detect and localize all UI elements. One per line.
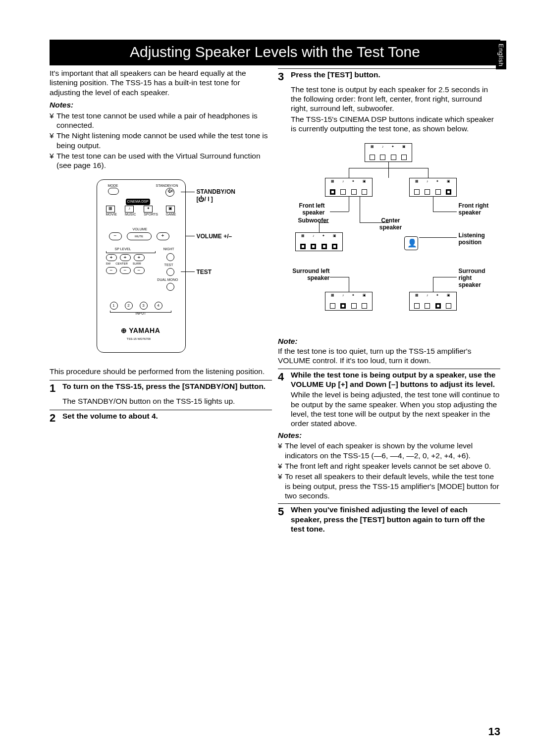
label-front-left: Front left speaker xyxy=(290,203,325,216)
step-number: 1 xyxy=(50,381,58,395)
step-body: While the level is being adjusted, the t… xyxy=(278,390,500,429)
note-item: The level of each speaker is shown by th… xyxy=(278,441,500,460)
step-number: 5 xyxy=(278,505,287,519)
label-listening: Listening position xyxy=(459,232,493,246)
cinema-dsp-label: CINEMA DSP xyxy=(126,199,150,205)
vol-up-button: + xyxy=(157,232,169,240)
callout-volume: VOLUME +/– xyxy=(197,233,232,240)
label-dualmono: DUAL MONO xyxy=(157,278,178,282)
step-heading: While the test tone is being output by a… xyxy=(291,370,500,389)
step-number: 3 xyxy=(278,70,287,84)
label-night: NIGHT xyxy=(163,247,174,252)
note-item: The test tone can be used with the Virtu… xyxy=(50,151,272,170)
note-item: The test tone cannot be used while a pai… xyxy=(50,111,272,130)
label-volume: VOLUME xyxy=(133,227,148,232)
label-test: TEST xyxy=(164,263,173,268)
label-front-right: Front right speaker xyxy=(459,203,493,216)
step-number: 4 xyxy=(278,370,287,384)
remote-figure: MODE STANDBY/ON ⏻/I CINEMA DSP ▦MOVIE ♪M… xyxy=(82,179,240,353)
label-center: Center speaker xyxy=(374,217,408,231)
label-surr-left: Surround left speaker xyxy=(282,268,330,282)
vol-down-button: − xyxy=(109,232,122,240)
step-body: The TSS-15's CINEMA DSP buttons indicate… xyxy=(278,114,500,134)
dualmono-button xyxy=(166,283,174,291)
note-item: To reset all speakers to their default l… xyxy=(278,472,500,500)
note-heading: Note: xyxy=(278,336,500,346)
callout-standby: STANDBY/ON [⏻/ I ] xyxy=(197,188,240,203)
step-heading: To turn on the TSS-15, press the [STANDB… xyxy=(62,381,266,391)
step-body: The STANDBY/ON button on the TSS-15 ligh… xyxy=(50,396,272,406)
listener-icon xyxy=(404,236,418,250)
note-item: The front left and right speaker levels … xyxy=(278,461,500,471)
step-heading: Press the [TEST] button. xyxy=(291,70,380,79)
page-title: Adjusting Speaker Levels with the Test T… xyxy=(50,40,500,65)
step-number: 2 xyxy=(50,411,58,425)
intro-text: It's important that all speakers can be … xyxy=(50,68,272,97)
language-tab: English xyxy=(496,41,506,69)
label-model: TSS-15 WD76700 xyxy=(127,337,151,341)
note-item: The Night listening mode cannot be used … xyxy=(50,131,272,150)
step-body: The test tone is output by each speaker … xyxy=(278,85,500,113)
note-body: If the test tone is too quiet, turn up t… xyxy=(278,346,500,366)
step-heading: When you've finished adjusting the level… xyxy=(291,505,500,534)
mute-button: MUTE xyxy=(127,232,152,240)
procedure-intro: This procedure should be performed from … xyxy=(50,367,272,376)
label-subwoofer: Subwoofer xyxy=(294,217,329,224)
standby-button: ⏻/I xyxy=(165,188,174,197)
test-button xyxy=(166,268,174,276)
label-surr-right: Surround right speaker xyxy=(459,268,493,288)
label-standby: STANDBY/ON xyxy=(156,184,178,188)
page-number: 13 xyxy=(488,725,500,738)
notes-heading: Notes: xyxy=(50,100,272,109)
night-button xyxy=(166,253,174,261)
notes-heading: Notes: xyxy=(278,431,500,440)
speaker-layout-figure: ▦♪✦▣ ▦♪✦▣ ▦♪✦▣ ▦♪✦▣ xyxy=(285,143,493,331)
callout-test: TEST xyxy=(197,269,212,276)
step-heading: Set the volume to about 4. xyxy=(62,411,158,421)
mode-button xyxy=(108,188,119,195)
